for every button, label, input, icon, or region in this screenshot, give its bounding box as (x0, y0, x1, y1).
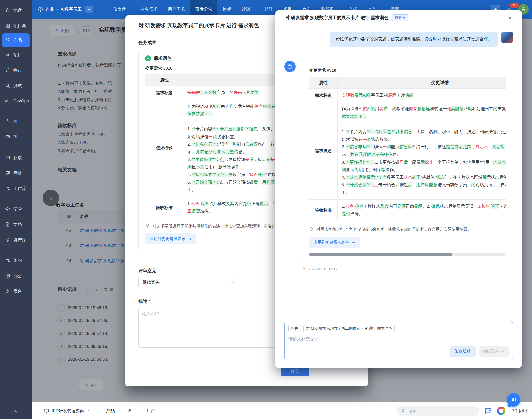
panel-header: 对 研发需求 实现数字员工的展示卡片 进行 需求润色 待验收 × (275, 10, 522, 25)
sidebar-item-label: 学堂 (13, 206, 22, 212)
bottom-tab-后台[interactable]: 后台 (146, 408, 155, 414)
sidebar-item-devops[interactable]: ∞ DevOps (0, 93, 32, 109)
ai-chat-panel: 对 研发需求 实现数字员工的展示卡片 进行 需求润色 待验收 × 帮忙优化其中各… (275, 10, 522, 368)
breadcrumb-root[interactable]: 产品 (46, 6, 54, 12)
arrow-right-icon (501, 349, 505, 353)
devops-icon: ∞ (5, 98, 10, 104)
chevron-down-icon[interactable] (231, 280, 235, 284)
program-icon (5, 23, 10, 28)
sidebar-item-qa[interactable]: 测试 (0, 78, 32, 93)
breadcrumb-separator: › (57, 7, 58, 12)
execution-icon (5, 68, 10, 73)
sidebar-item-org[interactable]: 组织 (0, 253, 32, 268)
bottom-tab-AI[interactable]: AI (128, 408, 132, 414)
caret-up-icon (86, 409, 90, 413)
kanban-icon (5, 170, 10, 176)
sidebar-item-label: 测试 (13, 83, 22, 89)
app-launcher-icon[interactable] (497, 407, 505, 415)
apply-to-form-button[interactable]: 应用到变更需求表单 (309, 237, 360, 248)
sidebar-item-ai[interactable]: AI (0, 114, 32, 129)
bottom-tab-产品[interactable]: 产品 (106, 408, 115, 414)
share-icon[interactable] (302, 267, 306, 271)
search-box[interactable] (397, 406, 479, 416)
office-icon (5, 273, 10, 279)
result-label: 任务成果 (138, 40, 156, 46)
sidebar-collapse-icon[interactable] (12, 407, 20, 415)
row-desc-label: 需求描述 (309, 102, 338, 200)
workspace-switcher[interactable]: IPD研发管理界面 (44, 408, 90, 414)
row-title-diff: 实现数展示AI数字员工的展示卡片功能 (338, 88, 506, 102)
apply-to-form-button[interactable]: 应用到变更需求表单 (145, 233, 196, 244)
sidebar: 地盘 项目集 产品 项目 执行 测试∞ DevOps AI BI (0, 0, 32, 419)
close-icon[interactable]: × (508, 14, 512, 21)
scrollbar-thumb[interactable] (309, 253, 452, 256)
context-chip[interactable]: 对 研发需求 实现数字员工的展示卡片 进行 需求润色 (303, 325, 395, 332)
sidebar-item-workflow[interactable]: 工作流 (0, 181, 32, 196)
row-desc-diff: 作为禅道AI使AI的用者户，我希望能拥有够创建和管理一他其能够帮助我处理日常的重… (338, 102, 506, 200)
sidebar-item-execution[interactable]: 执行 (0, 63, 32, 78)
sidebar-item-school[interactable]: 学堂 (0, 201, 32, 217)
continue-button[interactable]: 继续完善 (479, 346, 509, 357)
bottom-taskbar: IPD研发管理界面 产品AI后台 IPD版4.7 (32, 402, 532, 419)
approve-button[interactable]: 验收通过 (450, 346, 476, 357)
sidebar-item-program[interactable]: 项目集 (0, 18, 32, 33)
modal-title: 对 研发需求 实现数字员工的展示卡片 进行 需求润色 (138, 22, 259, 29)
sidebar-item-bi[interactable]: BI (0, 129, 32, 145)
row-accept-label: 验收标准 (309, 200, 338, 221)
row-title-label: 需求标题 (145, 86, 183, 100)
arrow-right-icon (352, 241, 356, 244)
breadcrumb: 产品 › AI数字员工 (38, 6, 93, 13)
row-title-label: 需求标题 (309, 88, 338, 102)
sidebar-item-label: 地盘 (13, 7, 22, 13)
sidebar-item-asset[interactable]: 资产库 (0, 232, 32, 247)
message-timestamp: 2026-01-19 11:12 (302, 267, 513, 271)
feedback-icon (5, 155, 10, 160)
bulb-icon (309, 227, 314, 232)
monitor-icon (44, 408, 49, 414)
status-badge: 待验收 (392, 14, 408, 21)
school-icon (5, 206, 10, 212)
context-chip[interactable]: 阿禅 (288, 325, 301, 332)
sidebar-item-product[interactable]: 产品 (2, 33, 30, 47)
col-attr: 属性 (309, 77, 338, 88)
org-icon (5, 258, 10, 263)
desc-textarea[interactable] (138, 308, 280, 348)
sidebar-item-label: 项目集 (13, 23, 26, 29)
nav-divider (133, 7, 133, 12)
desc-field-label: 描述* (138, 298, 151, 304)
sidebar-item-admin[interactable]: 后台 (0, 283, 32, 299)
user-message-row: 帮忙优化其中各字段的表述，使表述清晰准确。必要时可以修改需求使其更加合理。 (284, 32, 513, 47)
sidebar-item-doc[interactable]: 文档 (0, 217, 32, 232)
bot-avatar-icon (284, 61, 296, 72)
sidebar-item-label: 后台 (13, 288, 22, 294)
user-message: 帮忙优化其中各字段的表述，使表述清晰准确。必要时可以修改需求使其更加合理。 (330, 32, 498, 47)
sidebar-item-label: 文档 (13, 222, 22, 227)
ai-assistant-button[interactable]: AI (507, 393, 520, 407)
change-request-title: 变更需求 #316 (309, 68, 506, 73)
clear-icon[interactable]: × (225, 280, 228, 285)
sidebar-item-label: 产品 (13, 37, 22, 43)
sidebar-item-label: 办公 (13, 273, 22, 279)
sidebar-item-feedback[interactable]: 反馈 (0, 150, 32, 165)
change-result-card: 变更需求 #316 属性 变更详情 需求标题 实现数展示AI数字员工的展示卡片功… (302, 61, 513, 263)
home-icon (5, 7, 10, 13)
sidebar-item-label: 项目 (13, 52, 22, 58)
search-input[interactable] (408, 408, 459, 413)
project-icon (5, 52, 10, 58)
sidebar-item-kanban[interactable]: 看板 (0, 165, 32, 181)
sidebar-item-home[interactable]: 地盘 (0, 2, 32, 18)
product-bulb-icon (38, 7, 43, 12)
product-switch-dropdown[interactable] (85, 6, 93, 13)
sidebar-item-project[interactable]: 项目 (0, 47, 32, 63)
breadcrumb-current[interactable]: AI数字员工 (61, 6, 82, 12)
workflow-icon (5, 186, 10, 191)
sidebar-item-label: 反馈 (13, 155, 22, 161)
chat-icon[interactable] (484, 407, 492, 415)
review-select[interactable]: 继续完善 × (138, 276, 239, 288)
chat-input-box[interactable]: 阿禅对 研发需求 实现数字员工的展示卡片 进行 需求润色 请输入补充要求 验收通… (284, 321, 513, 360)
sidebar-item-office[interactable]: 办公 (0, 268, 32, 283)
row-desc-label: 需求描述 (145, 100, 183, 197)
ai-tip: 对需求字段进行了优化与清晰化的表述，使需求更加条理清晰，符合用户实际使用场景。 (309, 226, 483, 233)
required-mark: * (149, 299, 151, 304)
sidebar-item-label: DevOps (13, 99, 29, 104)
